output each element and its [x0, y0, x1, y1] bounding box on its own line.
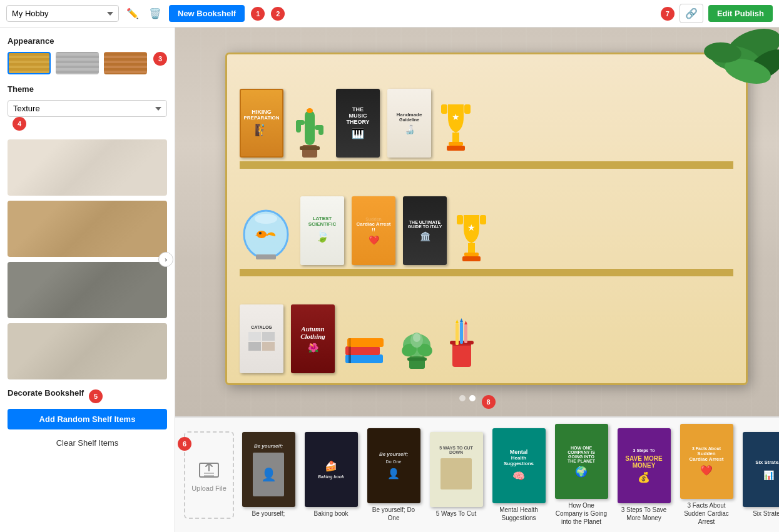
swatch-2[interactable] [56, 52, 99, 74]
edit-publish-button[interactable]: Edit Publish [708, 5, 773, 22]
badge-5: 5 [89, 389, 103, 403]
appearance-swatches: 3 [8, 52, 167, 74]
svg-rect-11 [300, 146, 320, 150]
texture-preview-3[interactable] [8, 262, 167, 318]
svg-rect-49 [460, 322, 463, 344]
svg-rect-43 [407, 358, 427, 361]
gallery-book-title-5: Mental Health Suggestions [492, 506, 546, 522]
shelf-indicator: 8 [459, 395, 496, 409]
theme-select[interactable]: Texture [8, 100, 167, 117]
gallery-book-4[interactable]: 5 WAYS TO CUT DOWN 5 Ways To Cut [428, 432, 484, 518]
gallery-book-5[interactable]: Mental Health Suggestions 🧠 Mental Healt… [491, 428, 547, 522]
book-gallery: 6 Upload File Be yourself; 👤 [175, 416, 779, 532]
svg-rect-5 [305, 111, 315, 145]
gallery-book-title-7: 3 Steps To Save More Money [618, 506, 671, 522]
trophy-decoration-1: ★ [439, 98, 473, 158]
link-button[interactable]: 🔗 [680, 4, 703, 23]
gallery-book-2[interactable]: 🍰 Baking book Baking book [303, 432, 359, 518]
gallery-book-8[interactable]: 3 Facts About Sudden Cardiac Arrest ❤️ 3… [678, 424, 735, 526]
badge-4: 4 [13, 117, 26, 131]
badge-8: 8 [482, 395, 496, 409]
add-random-button[interactable]: Add Random Shelf Items [8, 409, 167, 429]
texture-preview-2[interactable] [8, 201, 167, 257]
texture-nav-right[interactable]: › [158, 252, 173, 267]
badge-6-label: 6 [178, 437, 191, 451]
swatch-3[interactable] [104, 52, 147, 74]
swatch-1[interactable] [8, 52, 51, 74]
shelf-background: HIKING PREPARATION 🧗 [175, 28, 779, 416]
plant-decoration [666, 28, 779, 128]
shelf-row-2: LATEST SCIENTIFIC 🍃 Sudden Cardiac Arres… [240, 169, 733, 277]
dot-2[interactable] [469, 395, 476, 401]
book-handmade[interactable]: Handmade Guideline 🍶 [387, 89, 431, 158]
book-music-theory[interactable]: THE MUSIC THEORY 🎹 [336, 89, 380, 158]
svg-rect-47 [456, 323, 459, 345]
svg-rect-27 [468, 243, 475, 253]
upload-file-button[interactable]: Upload File [184, 431, 234, 519]
svg-point-22 [257, 231, 267, 238]
clear-shelf-button[interactable]: Clear Shelf Items [8, 434, 167, 451]
book-catalog[interactable]: CATALOG [240, 304, 283, 373]
shelf-row-1: HIKING PREPARATION 🧗 [240, 61, 733, 169]
gallery-book-title-1: Be yourself; [252, 509, 285, 518]
svg-rect-13 [441, 104, 447, 114]
svg-text:★: ★ [452, 112, 460, 122]
new-bookshelf-button[interactable]: New Bookshelf [169, 5, 245, 22]
plant-pot-decoration [397, 320, 437, 373]
book-autumn-clothing[interactable]: Autumn Clothing 🌺 [291, 304, 335, 373]
gallery-book-title-8: 3 Facts About Sudden Cardiac Arrest [680, 501, 733, 526]
svg-rect-14 [464, 104, 471, 114]
book-italy-guide[interactable]: THE ULTIMATE GUIDE TO ITALY 🏛️ [403, 196, 447, 265]
texture-preview-4[interactable] [8, 323, 167, 379]
svg-rect-51 [464, 324, 467, 343]
gallery-book-3[interactable]: Be yourself; Do One 👤 Be yourself; Do On… [365, 428, 422, 522]
gallery-book-title-4: 5 Ways To Cut [436, 509, 476, 518]
gallery-book-9[interactable]: Six Strate... 📊 Six Strate... [741, 432, 779, 518]
pencil-cup-decoration [445, 317, 479, 373]
book-scientific[interactable]: LATEST SCIENTIFIC 🍃 [300, 196, 344, 265]
shelf-display-area: HIKING PREPARATION 🧗 [175, 28, 779, 416]
delete-icon-btn[interactable]: 🗑️ [146, 5, 164, 22]
svg-rect-9 [318, 125, 323, 135]
gallery-book-1[interactable]: Be yourself; 👤 Be yourself; [240, 432, 297, 518]
texture-previews: › [8, 139, 167, 379]
header-right: 7 🔗 Edit Publish [659, 4, 773, 23]
svg-point-12 [307, 108, 313, 113]
bookshelf-select[interactable]: My Hobby [6, 5, 119, 22]
theme-label: Theme [8, 84, 167, 94]
decorate-section: Decorate Bookshelf 5 Add Random Shelf It… [8, 388, 167, 451]
svg-point-21 [255, 214, 277, 224]
decorate-label: Decorate Bookshelf [8, 388, 84, 398]
svg-marker-50 [460, 318, 463, 322]
sidebar: Appearance 3 Theme Texture 4 › Decorate … [0, 28, 175, 532]
gallery-book-7[interactable]: 3 Steps To SAVE MORE MONEY 💰 3 Steps To … [616, 428, 672, 522]
edit-icon-btn[interactable]: ✏️ [124, 5, 141, 22]
svg-marker-52 [464, 321, 467, 324]
book-stack-decoration [342, 320, 389, 373]
svg-rect-25 [457, 215, 463, 224]
book-cardiac[interactable]: Sudden Cardiac Arrest !! ❤️ [352, 196, 395, 265]
svg-point-23 [259, 232, 262, 234]
svg-rect-28 [464, 253, 479, 256]
gallery-book-6[interactable]: HOW ONE COMPANY IS GOING INTO THE PLANET… [553, 424, 609, 526]
trophy-decoration-2: ★ [454, 209, 489, 265]
svg-rect-7 [296, 120, 301, 133]
badge-1: 1 [251, 7, 265, 21]
main-layout: Appearance 3 Theme Texture 4 › Decorate … [0, 28, 779, 532]
theme-section: Theme Texture 4 [8, 84, 167, 131]
svg-rect-16 [449, 142, 463, 146]
svg-rect-26 [480, 215, 486, 224]
svg-marker-48 [456, 319, 459, 323]
badge-3: 3 [153, 52, 167, 66]
texture-preview-1[interactable] [8, 139, 167, 196]
book-hiking[interactable]: HIKING PREPARATION 🧗 [240, 89, 283, 158]
gallery-book-title-3: Be yourself; Do One [367, 506, 420, 522]
svg-rect-24 [256, 254, 276, 259]
svg-point-41 [413, 333, 420, 342]
svg-text:★: ★ [467, 223, 476, 233]
content-area: HIKING PREPARATION 🧗 [175, 28, 779, 532]
app-header: My Hobby ✏️ 🗑️ New Bookshelf 1 2 7 🔗 Edi… [0, 0, 779, 28]
gallery-book-title-9: Six Strate... [753, 509, 779, 518]
shelf-row-3: CATALOG [240, 276, 733, 377]
dot-1[interactable] [459, 395, 466, 401]
